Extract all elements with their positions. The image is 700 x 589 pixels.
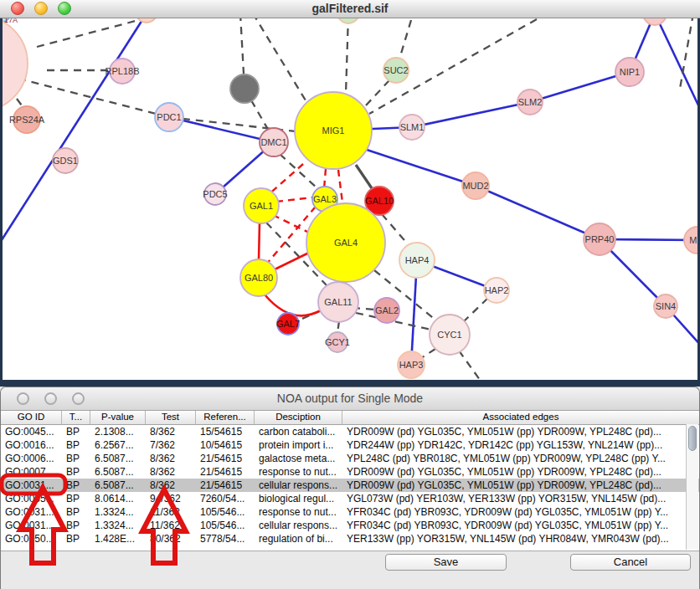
- cell-p-value: 2.1308...: [90, 425, 146, 438]
- cell-type: BP: [62, 505, 90, 519]
- column-header-go-id[interactable]: GO ID: [1, 411, 62, 424]
- noa-titlebar: NOA output for Single Mode: [1, 387, 699, 411]
- cell-p-value: 1.428E...: [90, 532, 146, 545]
- network-titlebar: galFiltered.sif: [0, 0, 700, 18]
- cell-type: BP: [62, 465, 90, 479]
- scrollbar-thumb[interactable]: [688, 426, 697, 451]
- cell-go-id: GO:0031...: [1, 505, 62, 519]
- cell-associated-edges: YDR009W (pd) YGL035C, YML051W (pp) YDR00…: [342, 479, 699, 492]
- node-label-sin4: SIN4: [656, 301, 676, 311]
- node-label-mig1: MIG1: [322, 125, 345, 136]
- cell-test: 8/362: [146, 452, 196, 465]
- cell-associated-edges: YDR009W (pd) YGL035C, YML051W (pp) YDR00…: [342, 425, 699, 438]
- cell-description: cellular respons...: [255, 479, 342, 492]
- vertical-scrollbar[interactable]: [686, 424, 698, 550]
- node-label-rps24a: RPS24A: [9, 115, 45, 125]
- cell-description: response to nut...: [255, 465, 342, 479]
- table-body: GO:0045...BP2.1308...8/36215/54615carbon…: [1, 425, 699, 551]
- network-window: RPL18BRPS24AGDS1PDC1PDC5DMC1MIG1SUC2SLM1…: [0, 0, 700, 387]
- column-header-test[interactable]: Test: [146, 411, 196, 424]
- table-row[interactable]: GO:0050...BP1.428E...80/3625778/54...reg…: [1, 532, 699, 545]
- cell-test: 11/362: [146, 505, 196, 519]
- minimize-button[interactable]: [44, 392, 57, 405]
- cell-reference: 105/546...: [196, 505, 255, 519]
- node-label-hap4: HAP4: [405, 255, 430, 265]
- cell-type: BP: [62, 479, 90, 492]
- cell-reference: 5778/54...: [196, 532, 255, 545]
- column-header-associated-edges[interactable]: Associated edges: [342, 411, 699, 424]
- cell-test: 94/362: [146, 492, 196, 505]
- node-label-gal11: GAL11: [324, 297, 352, 307]
- node-label-gds1: GDS1: [53, 156, 78, 166]
- cell-p-value: 1.3324...: [90, 519, 146, 532]
- cell-go-id: GO:0006...: [1, 452, 62, 465]
- node-label-gal10: GAL10: [365, 196, 394, 206]
- cell-reference: 21/54615: [196, 452, 255, 465]
- cell-reference: 21/54615: [196, 479, 255, 492]
- table-row[interactable]: GO:0045...BP2.1308...8/36215/54615carbon…: [1, 425, 699, 438]
- cell-description: carbon cataboli...: [255, 425, 342, 438]
- close-button[interactable]: [11, 2, 24, 15]
- node-label-suc2: SUC2: [383, 65, 408, 75]
- table-row[interactable]: GO:0016...BP6.2567...7/36210/54615protei…: [1, 438, 699, 452]
- cell-reference: 7260/54...: [196, 492, 255, 505]
- table-row[interactable]: GO:0007...BP6.5087...8/36221/54615respon…: [1, 465, 699, 479]
- frame-left: [0, 18, 3, 380]
- cell-p-value: 1.3324...: [90, 505, 146, 519]
- save-button[interactable]: Save: [385, 554, 507, 571]
- node-label-gal7: GAL7: [276, 319, 300, 329]
- cell-associated-edges: YDR244W (pp) YDR142C, YDR142C (pp) YGL15…: [342, 438, 699, 452]
- cell-test: 7/362: [146, 438, 196, 452]
- cell-go-id: GO:0050...: [1, 532, 62, 545]
- cell-associated-edges: YGL073W (pd) YER103W, YER133W (pp) YOR31…: [342, 492, 699, 505]
- noa-window: NOA output for Single Mode GO IDT...P-va…: [0, 387, 700, 589]
- column-header-desciption[interactable]: Desciption: [255, 411, 342, 424]
- window-title: galFiltered.sif: [0, 0, 700, 18]
- cell-type: BP: [62, 425, 90, 438]
- cell-p-value: 8.0614...: [90, 492, 146, 505]
- close-button[interactable]: [17, 392, 29, 405]
- cell-type: BP: [62, 532, 90, 545]
- cell-test: 8/362: [146, 479, 196, 492]
- cell-go-id: GO:0016...: [1, 438, 62, 452]
- cell-type: BP: [62, 452, 90, 465]
- cell-type: BP: [62, 492, 90, 505]
- node-label-pdc1: PDC1: [157, 112, 181, 122]
- edge[interactable]: [259, 223, 260, 260]
- table-row[interactable]: GO:0031...BP1.3324...11/362105/546...cel…: [1, 519, 699, 532]
- node-label-cyc1: CYC1: [437, 330, 461, 340]
- table-header: GO IDT...P-valueTestReferen...Desciption…: [1, 411, 699, 425]
- noa-window-title: NOA output for Single Mode: [1, 387, 699, 410]
- cell-associated-edges: YFR034C (pd) YBR093C, YDR009W (pd) YGL03…: [342, 519, 699, 532]
- cell-type: BP: [62, 438, 90, 452]
- node-gray-node[interactable]: [230, 74, 259, 103]
- column-header-t[interactable]: T...: [62, 411, 90, 424]
- zoom-button[interactable]: [72, 392, 85, 405]
- node-label-gal1: GAL1: [250, 201, 273, 211]
- cell-p-value: 6.5087...: [90, 452, 146, 465]
- cell-description: cellular respons...: [255, 519, 342, 532]
- table-row[interactable]: GO:0031...BP1.3324...11/362105/546...res…: [1, 505, 699, 519]
- canvas-background[interactable]: [0, 0, 700, 387]
- table-row[interactable]: GO:0065...BP8.0614...94/3627260/54...bio…: [1, 492, 699, 505]
- column-header-p-value[interactable]: P-value: [90, 411, 146, 424]
- zoom-button[interactable]: [58, 2, 71, 15]
- column-header-referen[interactable]: Referen...: [196, 411, 255, 424]
- cell-associated-edges: YFR034C (pd) YBR093C, YDR009W (pd) YGL03…: [342, 505, 699, 519]
- table-row-selected[interactable]: GO:0031...BP6.5087...8/36221/54615cellul…: [1, 479, 699, 492]
- cancel-button[interactable]: Cancel: [570, 554, 691, 571]
- network-canvas[interactable]: RPL18BRPS24AGDS1PDC1PDC5DMC1MIG1SUC2SLM1…: [0, 0, 700, 387]
- node-label-dmc1: DMC1: [260, 137, 286, 147]
- node-label-hap3: HAP3: [399, 360, 424, 370]
- cell-description: protein import i...: [255, 438, 342, 452]
- cell-reference: 15/54615: [196, 425, 255, 438]
- traffic-lights: [11, 2, 71, 15]
- cell-associated-edges: YPL248C (pd) YBR018C, YML051W (pp) YDR00…: [342, 452, 699, 465]
- node-label-slm1: SLM1: [400, 122, 425, 132]
- cell-go-id: GO:0007...: [1, 465, 62, 479]
- table-row[interactable]: GO:0006...BP6.5087...8/36221/54615galact…: [1, 452, 699, 465]
- minimize-button[interactable]: [34, 2, 48, 15]
- node-label-gal3: GAL3: [313, 194, 337, 204]
- cell-go-id: GO:0031...: [1, 479, 62, 492]
- cell-test: 11/362: [146, 519, 196, 532]
